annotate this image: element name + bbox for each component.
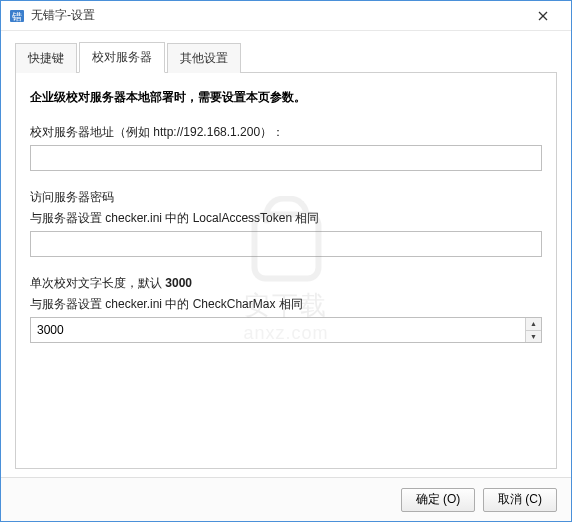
ok-button[interactable]: 确定 (O) [401, 488, 475, 512]
spinner-up-button[interactable]: ▲ [526, 318, 541, 330]
tab-proofreading-server[interactable]: 校对服务器 [79, 42, 165, 73]
max-chars-label: 单次校对文字长度，默认 3000 [30, 275, 542, 292]
max-chars-label-prefix: 单次校对文字长度，默认 [30, 276, 165, 290]
max-chars-sublabel: 与服务器设置 checker.ini 中的 CheckCharMax 相同 [30, 296, 542, 313]
max-chars-input[interactable] [31, 318, 525, 342]
settings-panel: 企业级校对服务器本地部署时，需要设置本页参数。 校对服务器地址（例如 http:… [15, 72, 557, 469]
dialog-footer: 确定 (O) 取消 (C) [1, 477, 571, 521]
titlebar: 错 无错字-设置 [1, 1, 571, 31]
panel-heading: 企业级校对服务器本地部署时，需要设置本页参数。 [30, 89, 542, 106]
close-icon [538, 11, 548, 21]
window-title: 无错字-设置 [31, 7, 523, 24]
tab-other-settings[interactable]: 其他设置 [167, 43, 241, 73]
close-button[interactable] [523, 2, 563, 30]
password-label: 访问服务器密码 [30, 189, 542, 206]
server-address-input[interactable] [30, 145, 542, 171]
app-icon: 错 [9, 8, 25, 24]
max-chars-default: 3000 [165, 276, 192, 290]
cancel-button[interactable]: 取消 (C) [483, 488, 557, 512]
password-input[interactable] [30, 231, 542, 257]
tab-bar: 快捷键 校对服务器 其他设置 [15, 41, 557, 72]
server-address-label: 校对服务器地址（例如 http://192.168.1.200）： [30, 124, 542, 141]
max-chars-spinner[interactable]: ▲ ▼ [30, 317, 542, 343]
chevron-down-icon: ▼ [530, 333, 537, 340]
svg-text:错: 错 [11, 11, 22, 22]
tab-shortcuts[interactable]: 快捷键 [15, 43, 77, 73]
spinner-down-button[interactable]: ▼ [526, 330, 541, 343]
password-sublabel: 与服务器设置 checker.ini 中的 LocalAccessToken 相… [30, 210, 542, 227]
chevron-up-icon: ▲ [530, 320, 537, 327]
